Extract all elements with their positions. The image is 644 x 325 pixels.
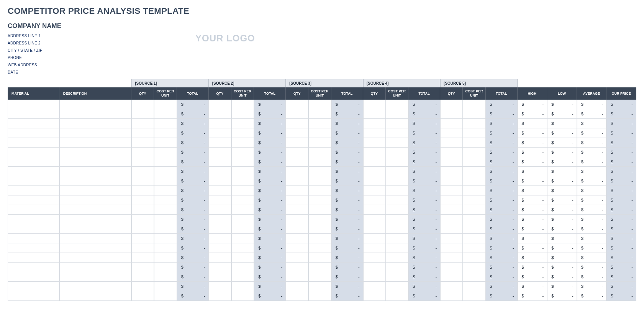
input-cell[interactable] [308,100,331,109]
input-cell[interactable] [131,234,154,243]
input-cell[interactable] [463,272,485,282]
input-cell[interactable] [463,148,485,157]
money-cell[interactable]: $- [606,148,636,157]
money-cell[interactable]: $- [518,176,547,186]
input-cell[interactable] [209,282,231,291]
input-cell[interactable] [308,234,331,243]
input-cell[interactable] [308,186,331,195]
input-cell[interactable] [8,253,59,263]
money-cell[interactable]: $- [606,205,636,215]
input-cell[interactable] [231,282,254,291]
input-cell[interactable] [231,234,254,243]
money-cell[interactable]: $- [177,272,209,282]
input-cell[interactable] [308,119,331,128]
input-cell[interactable] [231,148,254,157]
input-cell[interactable] [209,157,231,167]
money-cell[interactable]: $- [486,224,518,234]
money-cell[interactable]: $- [486,148,518,157]
input-cell[interactable] [440,138,463,148]
input-cell[interactable] [308,128,331,138]
money-cell[interactable]: $- [577,224,607,234]
money-cell[interactable]: $- [547,282,577,291]
money-cell[interactable]: $- [331,119,363,128]
money-cell[interactable]: $- [518,119,547,128]
input-cell[interactable] [463,243,485,253]
input-cell[interactable] [231,138,254,148]
money-cell[interactable]: $- [408,253,440,263]
money-cell[interactable]: $- [518,167,547,176]
money-cell[interactable]: $- [577,272,607,282]
input-cell[interactable] [209,109,231,119]
money-cell[interactable]: $- [408,119,440,128]
input-cell[interactable] [8,272,59,282]
input-cell[interactable] [231,128,254,138]
money-cell[interactable]: $- [331,100,363,109]
input-cell[interactable] [440,253,463,263]
input-cell[interactable] [154,215,177,224]
input-cell[interactable] [386,291,408,301]
money-cell[interactable]: $- [606,215,636,224]
input-cell[interactable] [363,282,386,291]
money-cell[interactable]: $- [254,215,286,224]
input-cell[interactable] [8,167,59,176]
money-cell[interactable]: $- [408,100,440,109]
input-cell[interactable] [308,109,331,119]
money-cell[interactable]: $- [177,291,209,301]
input-cell[interactable] [440,263,463,272]
money-cell[interactable]: $- [408,234,440,243]
input-cell[interactable] [386,167,408,176]
input-cell[interactable] [231,205,254,215]
input-cell[interactable] [8,157,59,167]
input-cell[interactable] [363,119,386,128]
input-cell[interactable] [59,224,132,234]
money-cell[interactable]: $- [518,224,547,234]
input-cell[interactable] [286,224,308,234]
input-cell[interactable] [463,195,485,205]
money-cell[interactable]: $- [577,195,607,205]
money-cell[interactable]: $- [331,253,363,263]
input-cell[interactable] [286,186,308,195]
input-cell[interactable] [363,224,386,234]
money-cell[interactable]: $- [408,243,440,253]
money-cell[interactable]: $- [518,272,547,282]
money-cell[interactable]: $- [408,186,440,195]
money-cell[interactable]: $- [331,138,363,148]
input-cell[interactable] [440,195,463,205]
input-cell[interactable] [463,186,485,195]
money-cell[interactable]: $- [577,109,607,119]
input-cell[interactable] [154,291,177,301]
money-cell[interactable]: $- [518,205,547,215]
input-cell[interactable] [209,205,231,215]
input-cell[interactable] [154,224,177,234]
money-cell[interactable]: $- [486,215,518,224]
money-cell[interactable]: $- [486,234,518,243]
money-cell[interactable]: $- [408,195,440,205]
input-cell[interactable] [386,234,408,243]
input-cell[interactable] [154,243,177,253]
money-cell[interactable]: $- [606,119,636,128]
money-cell[interactable]: $- [577,186,607,195]
money-cell[interactable]: $- [254,186,286,195]
money-cell[interactable]: $- [408,291,440,301]
input-cell[interactable] [231,167,254,176]
input-cell[interactable] [209,138,231,148]
input-cell[interactable] [363,263,386,272]
input-cell[interactable] [131,263,154,272]
input-cell[interactable] [59,272,132,282]
input-cell[interactable] [231,157,254,167]
money-cell[interactable]: $- [577,282,607,291]
input-cell[interactable] [286,167,308,176]
input-cell[interactable] [231,263,254,272]
money-cell[interactable]: $- [177,224,209,234]
input-cell[interactable] [8,128,59,138]
money-cell[interactable]: $- [547,215,577,224]
money-cell[interactable]: $- [577,215,607,224]
input-cell[interactable] [308,138,331,148]
input-cell[interactable] [440,119,463,128]
input-cell[interactable] [131,215,154,224]
money-cell[interactable]: $- [331,148,363,157]
money-cell[interactable]: $- [486,253,518,263]
input-cell[interactable] [59,128,132,138]
input-cell[interactable] [386,138,408,148]
input-cell[interactable] [231,119,254,128]
